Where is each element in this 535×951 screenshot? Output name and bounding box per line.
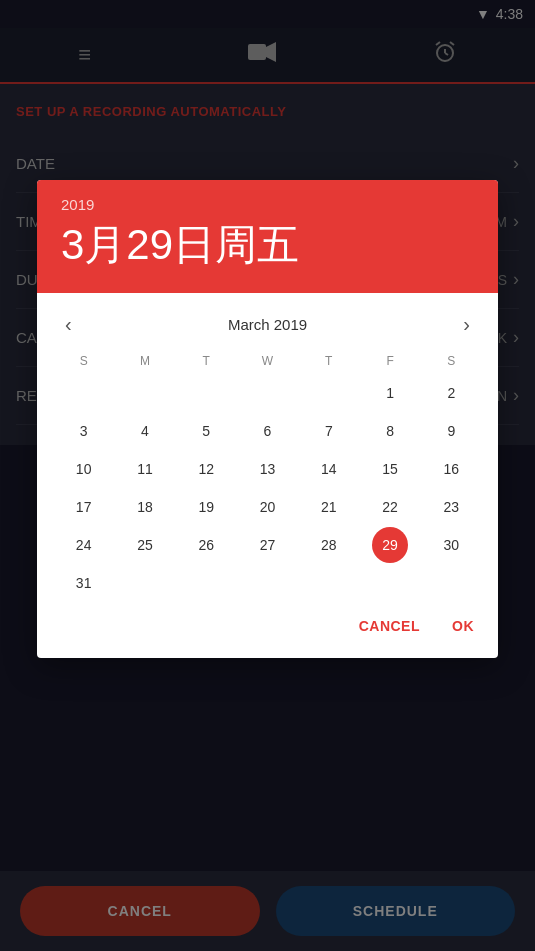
day-5[interactable]: 5 bbox=[202, 412, 210, 450]
calendar: ‹ March 2019 › S M T W T F S 1 2 3 4 5 bbox=[37, 293, 498, 602]
day-4[interactable]: 4 bbox=[141, 412, 149, 450]
day-8[interactable]: 8 bbox=[386, 412, 394, 450]
week-6: 31 bbox=[53, 564, 482, 602]
dialog-cancel-button[interactable]: CANCEL bbox=[351, 610, 428, 642]
day-11[interactable]: 11 bbox=[137, 450, 153, 488]
dialog-date-large: 3月29日周五 bbox=[61, 217, 474, 273]
day-31[interactable]: 31 bbox=[76, 564, 92, 602]
day-10[interactable]: 10 bbox=[76, 450, 92, 488]
day-9[interactable]: 9 bbox=[447, 412, 455, 450]
week-2: 3 4 5 6 7 8 9 bbox=[53, 412, 482, 450]
day-17[interactable]: 17 bbox=[76, 488, 92, 526]
day-30[interactable]: 30 bbox=[444, 526, 460, 564]
day-header-f: F bbox=[359, 348, 420, 374]
day-headers: S M T W T F S bbox=[53, 348, 482, 374]
dialog-footer: CANCEL OK bbox=[37, 602, 498, 658]
next-month-button[interactable]: › bbox=[455, 309, 478, 340]
day-1[interactable]: 1 bbox=[386, 374, 394, 412]
day-29-selected[interactable]: 29 bbox=[372, 527, 408, 563]
day-26[interactable]: 26 bbox=[198, 526, 214, 564]
day-header-w: W bbox=[237, 348, 298, 374]
day-20[interactable]: 20 bbox=[260, 488, 276, 526]
week-5: 24 25 26 27 28 29 30 bbox=[53, 526, 482, 564]
dialog-header: 2019 3月29日周五 bbox=[37, 180, 498, 293]
day-18[interactable]: 18 bbox=[137, 488, 153, 526]
day-2[interactable]: 2 bbox=[447, 374, 455, 412]
calendar-nav: ‹ March 2019 › bbox=[53, 301, 482, 348]
day-6[interactable]: 6 bbox=[264, 412, 272, 450]
day-19[interactable]: 19 bbox=[198, 488, 214, 526]
day-3[interactable]: 3 bbox=[80, 412, 88, 450]
day-27[interactable]: 27 bbox=[260, 526, 276, 564]
prev-month-button[interactable]: ‹ bbox=[57, 309, 80, 340]
day-header-t1: T bbox=[176, 348, 237, 374]
dialog-ok-button[interactable]: OK bbox=[444, 610, 482, 642]
day-23[interactable]: 23 bbox=[444, 488, 460, 526]
day-21[interactable]: 21 bbox=[321, 488, 337, 526]
month-label: March 2019 bbox=[228, 316, 307, 333]
day-25[interactable]: 25 bbox=[137, 526, 153, 564]
day-15[interactable]: 15 bbox=[382, 450, 398, 488]
day-22[interactable]: 22 bbox=[382, 488, 398, 526]
day-12[interactable]: 12 bbox=[198, 450, 214, 488]
day-7[interactable]: 7 bbox=[325, 412, 333, 450]
week-3: 10 11 12 13 14 15 16 bbox=[53, 450, 482, 488]
day-13[interactable]: 13 bbox=[260, 450, 276, 488]
week-1: 1 2 bbox=[53, 374, 482, 412]
day-header-m: M bbox=[114, 348, 175, 374]
day-14[interactable]: 14 bbox=[321, 450, 337, 488]
day-16[interactable]: 16 bbox=[444, 450, 460, 488]
dialog-year: 2019 bbox=[61, 196, 474, 213]
date-picker-dialog: 2019 3月29日周五 ‹ March 2019 › S M T W T F … bbox=[37, 180, 498, 658]
day-header-s1: S bbox=[53, 348, 114, 374]
day-header-t2: T bbox=[298, 348, 359, 374]
day-header-s2: S bbox=[421, 348, 482, 374]
day-24[interactable]: 24 bbox=[76, 526, 92, 564]
day-28[interactable]: 28 bbox=[321, 526, 337, 564]
week-4: 17 18 19 20 21 22 23 bbox=[53, 488, 482, 526]
